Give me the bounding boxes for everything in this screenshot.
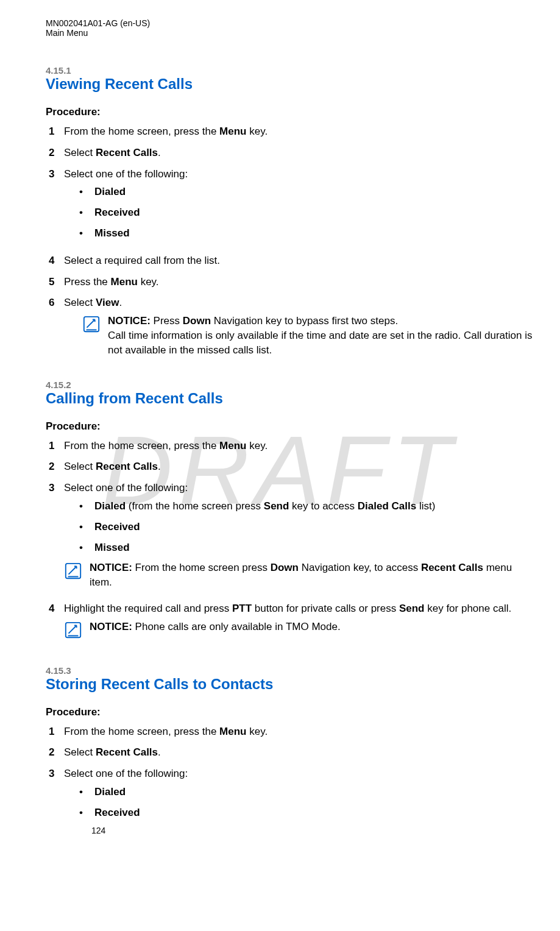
bullet-text: Received [94, 205, 140, 220]
step-number: 3 [49, 167, 64, 247]
bold-text: Dialed [94, 500, 126, 512]
step-text: Select Recent Calls. [64, 146, 536, 160]
section-title: Calling from Recent Calls [46, 390, 536, 407]
step-number: 3 [49, 766, 64, 826]
bold-text: Menu [111, 276, 138, 288]
step-text: From the home screen, press the Menu key… [64, 724, 536, 739]
doc-header: MN002041A01-AG (en-US) Main Menu [46, 18, 536, 38]
step-number: 5 [49, 275, 64, 289]
notice-text: NOTICE: From the home screen press Down … [90, 561, 536, 590]
step-list: 1 From the home screen, press the Menu k… [46, 124, 536, 363]
step-text: Select Recent Calls. [64, 459, 536, 474]
bullet-mark: • [79, 805, 94, 820]
text: . [119, 297, 122, 308]
bold-text: Menu [219, 726, 246, 737]
bold-text: Send [264, 500, 289, 512]
notice-text: NOTICE: Press Down Navigation key to byp… [108, 314, 536, 357]
step-text: Select View. NOTICE: Press Down Navigati… [64, 296, 536, 362]
bold-text: Recent Calls [96, 746, 158, 758]
bullet-item: •Dialed [79, 185, 536, 199]
notice-icon [82, 314, 108, 357]
notice-icon [64, 620, 90, 643]
text: list) [416, 500, 435, 512]
text: . [158, 461, 161, 472]
notice-label: NOTICE: [90, 562, 132, 573]
text: From the home screen press [132, 562, 271, 573]
text: Phone calls are only available in TMO Mo… [132, 621, 341, 632]
bullet-list: •Dialed •Received [64, 785, 536, 820]
text: Select one of the following: [64, 168, 188, 180]
text: Select [64, 147, 96, 158]
doc-id: MN002041A01-AG (en-US) [46, 18, 536, 28]
text: Select [64, 297, 96, 308]
step-text: Select one of the following: •Dialed (fr… [64, 481, 536, 595]
step-1: 1 From the home screen, press the Menu k… [49, 724, 536, 739]
bullet-text: Received [94, 520, 140, 534]
step-2: 2 Select Recent Calls. [49, 459, 536, 474]
step-list: 1 From the home screen, press the Menu k… [46, 439, 536, 648]
bold-text: Received [94, 207, 140, 218]
bold-text: Dialed Calls [358, 500, 416, 512]
text: (from the home screen press [126, 500, 264, 512]
text: key. [247, 440, 268, 451]
section-title: Storing Recent Calls to Contacts [46, 676, 536, 693]
notice-block: NOTICE: Phone calls are only available i… [64, 620, 536, 643]
bullet-mark: • [79, 785, 94, 799]
bullet-item: •Received [79, 520, 536, 534]
page-number: 124 [91, 826, 105, 835]
section-number: 4.15.1 [46, 65, 536, 76]
text: key. [247, 126, 268, 137]
text: Navigation key, to access [299, 562, 421, 573]
step-text: Select a required call from the list. [64, 253, 536, 268]
page-content: MN002041A01-AG (en-US) Main Menu 4.15.1 … [46, 18, 536, 826]
step-number: 1 [49, 439, 64, 453]
bold-text: Received [94, 807, 140, 818]
bold-text: Missed [94, 227, 130, 239]
bullet-item: •Received [79, 205, 536, 220]
bold-text: Recent Calls [96, 461, 158, 472]
procedure-label: Procedure: [46, 706, 536, 718]
bold-text: Dialed [94, 186, 126, 197]
section-number: 4.15.3 [46, 665, 536, 676]
text: key. [247, 726, 268, 737]
text: Press the [64, 276, 111, 288]
text: button for private calls or press [252, 603, 399, 614]
bullet-mark: • [79, 185, 94, 199]
bullet-text: Dialed (from the home screen press Send … [94, 499, 435, 514]
bold-text: Menu [219, 126, 246, 137]
step-text: From the home screen, press the Menu key… [64, 124, 536, 139]
step-number: 3 [49, 481, 64, 595]
text: key. [138, 276, 159, 288]
procedure-label: Procedure: [46, 106, 536, 118]
notice-block: NOTICE: From the home screen press Down … [64, 561, 536, 590]
text: key for phone call. [425, 603, 512, 614]
notice-label: NOTICE: [108, 315, 151, 327]
bullet-mark: • [79, 540, 94, 555]
bold-text: Recent Calls [421, 562, 483, 573]
bullet-text: Received [94, 805, 140, 820]
notice-block: NOTICE: Press Down Navigation key to byp… [64, 314, 536, 357]
step-text: Select one of the following: •Dialed •Re… [64, 766, 536, 826]
step-4: 4 Select a required call from the list. [49, 253, 536, 268]
step-number: 4 [49, 601, 64, 648]
step-2: 2 Select Recent Calls. [49, 745, 536, 760]
bold-text: PTT [232, 603, 252, 614]
step-text: Highlight the required call and press PT… [64, 601, 536, 648]
bold-text: Dialed [94, 786, 126, 798]
text: Navigation key to bypass first two steps… [211, 315, 398, 327]
bullet-mark: • [79, 520, 94, 534]
text: key to access [289, 500, 357, 512]
bullet-item: •Dialed (from the home screen press Send… [79, 499, 536, 514]
bold-text: View [96, 297, 119, 308]
bullet-text: Dialed [94, 185, 126, 199]
bullet-item: •Missed [79, 540, 536, 555]
step-3: 3 Select one of the following: •Dialed •… [49, 766, 536, 826]
step-number: 2 [49, 459, 64, 474]
step-1: 1 From the home screen, press the Menu k… [49, 124, 536, 139]
text: From the home screen, press the [64, 726, 219, 737]
section-title: Viewing Recent Calls [46, 76, 536, 93]
text: Highlight the required call and press [64, 603, 232, 614]
section-storing-recent-calls-to-contacts: 4.15.3 Storing Recent Calls to Contacts … [46, 665, 536, 826]
bold-text: Send [399, 603, 425, 614]
notice-text: NOTICE: Phone calls are only available i… [90, 620, 536, 643]
